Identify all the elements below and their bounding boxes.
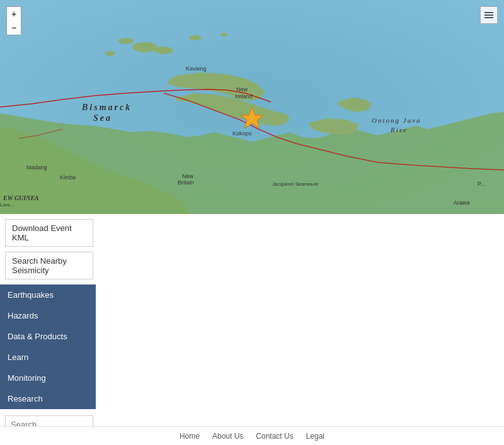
svg-text:Kimbe: Kimbe (60, 174, 76, 181)
svg-point-7 (220, 33, 227, 37)
svg-text:Ontong Java: Ontong Java (372, 116, 421, 124)
footer-home-link[interactable]: Home (180, 432, 200, 441)
svg-text:EW GUINEA: EW GUINEA (3, 194, 39, 201)
nav-menu: Earthquakes Hazards Data & Products Lear… (0, 284, 96, 409)
nav-item-hazards[interactable]: Hazards (0, 305, 96, 326)
svg-text:Bismarck: Bismarck (81, 103, 132, 112)
svg-text:Kavieng: Kavieng (186, 65, 207, 72)
svg-text:Sea: Sea (93, 113, 112, 123)
svg-text:Arawa: Arawa (454, 200, 470, 206)
svg-point-6 (189, 35, 202, 40)
nav-item-research[interactable]: Research (0, 388, 96, 409)
svg-text:Ireland: Ireland (235, 93, 253, 99)
svg-rect-27 (484, 12, 493, 13)
svg-point-3 (118, 38, 134, 44)
svg-text:Lom...: Lom... (0, 202, 14, 208)
footer-about-link[interactable]: About Us (212, 432, 243, 441)
nav-item-monitoring[interactable]: Monitoring (0, 368, 96, 388)
nav-item-data-products[interactable]: Data & Products (0, 326, 96, 347)
sidebar: Download Event KML Search Nearby Seismic… (0, 214, 98, 445)
zoom-in-button[interactable]: + (7, 7, 21, 21)
svg-text:Madang: Madang (26, 164, 47, 171)
map-container[interactable]: Bismarck Sea Ontong Java Rise EW GUINEA … (0, 0, 504, 214)
zoom-controls: + − (6, 6, 21, 35)
search-seismicity-button[interactable]: Search Nearby Seismicity (5, 252, 93, 279)
layer-control-button[interactable] (480, 6, 498, 24)
footer-legal-link[interactable]: Legal (306, 432, 324, 441)
footer-contact-link[interactable]: Contact Us (256, 432, 293, 441)
svg-text:New: New (236, 86, 248, 93)
svg-rect-28 (484, 14, 493, 16)
download-kml-button[interactable]: Download Event KML (5, 219, 93, 247)
svg-point-4 (105, 51, 115, 56)
svg-text:Jacquinot Seamount: Jacquinot Seamount (272, 181, 319, 187)
footer: Home About Us Contact Us Legal (0, 426, 504, 445)
svg-point-5 (154, 47, 173, 54)
zoom-out-button[interactable]: − (7, 21, 21, 35)
svg-text:Rise: Rise (390, 126, 408, 133)
nav-item-earthquakes[interactable]: Earthquakes (0, 284, 96, 305)
svg-rect-29 (484, 17, 493, 18)
svg-text:New: New (182, 173, 194, 179)
nav-item-learn[interactable]: Learn (0, 347, 96, 368)
svg-point-2 (132, 42, 158, 52)
layers-icon (483, 9, 495, 21)
svg-text:Kokopo: Kokopo (232, 130, 252, 137)
svg-text:P...: P... (478, 181, 485, 187)
svg-text:Britain: Britain (178, 179, 194, 186)
